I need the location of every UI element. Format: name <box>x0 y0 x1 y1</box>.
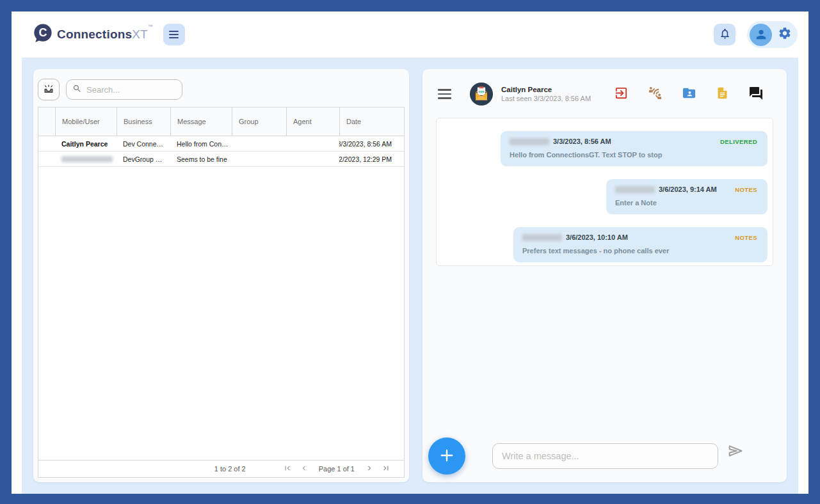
shared-folder-button[interactable] <box>682 86 696 102</box>
column-header-date[interactable]: Date <box>339 107 404 136</box>
search-icon <box>72 84 82 96</box>
message-bubble[interactable]: 3/6/2023, 9:14 AM NOTES Enter a Note <box>606 179 768 214</box>
redacted-sender <box>615 186 655 193</box>
cell-date: 3/3/2023, 8:56 AM <box>339 136 404 151</box>
redacted-sender <box>510 138 549 145</box>
column-header-group[interactable]: Group <box>232 107 286 136</box>
connect-contact-button[interactable] <box>648 86 663 102</box>
documents-button[interactable] <box>716 86 729 102</box>
contact-last-seen: Last seen 3/3/2023, 8:56 AM <box>501 95 591 102</box>
next-page-button[interactable] <box>364 462 375 476</box>
redacted-sender <box>522 234 562 241</box>
pagination-page-label: Page 1 of 1 <box>319 465 355 473</box>
forum-icon <box>748 86 764 103</box>
cell-message: Seems to be fine <box>170 152 232 166</box>
status-badge: NOTES <box>735 234 757 241</box>
left-toolbar <box>38 79 405 100</box>
forum-button[interactable] <box>748 86 764 103</box>
brand-logo: C ConnectionsXT™ <box>33 23 153 46</box>
column-header-business[interactable]: Business <box>117 107 170 136</box>
user-avatar-icon[interactable] <box>750 24 772 46</box>
message-bubble[interactable]: 3/6/2023, 10:10 AM NOTES Prefers text me… <box>513 227 768 262</box>
sms-avatar-icon: SMS <box>469 82 494 106</box>
message-timestamp: 3/6/2023, 9:14 AM <box>659 185 717 193</box>
content-area: Mobile/User Business Message Group Agent… <box>22 58 798 494</box>
inbox-tray-icon <box>42 83 55 97</box>
message-timestamp: 3/3/2023, 8:56 AM <box>553 138 611 145</box>
messages-container: 3/3/2023, 8:56 AM DELIVERED Hello from C… <box>436 118 773 266</box>
brand-text: Connections <box>57 28 132 41</box>
status-badge: NOTES <box>735 186 757 193</box>
pagination-range: 1 to 2 of 2 <box>214 465 246 473</box>
brand-name: ConnectionsXT™ <box>57 28 153 42</box>
redacted-text <box>61 156 113 162</box>
notifications-button[interactable] <box>714 24 736 45</box>
connect-contact-icon <box>648 86 663 102</box>
cell-agent <box>286 136 339 151</box>
app-window: C ConnectionsXT™ <box>12 12 808 494</box>
brand-suffix: XT <box>132 28 147 41</box>
brand-bubble-icon: C <box>33 23 53 46</box>
first-page-button[interactable] <box>282 462 293 476</box>
chat-actions <box>614 86 764 103</box>
cell-group <box>232 136 286 151</box>
message-bubble[interactable]: 3/3/2023, 8:56 AM DELIVERED Hello from C… <box>501 131 768 166</box>
document-icon <box>716 86 729 102</box>
chat-menu-icon[interactable] <box>438 89 451 99</box>
contact-name: Caitlyn Pearce <box>501 86 591 93</box>
status-badge: DELIVERED <box>720 138 757 145</box>
column-header-agent[interactable]: Agent <box>286 107 339 136</box>
search-box <box>66 79 182 100</box>
table-footer: 1 to 2 of 2 Page 1 of 1 <box>38 460 404 477</box>
first-page-icon <box>283 464 292 475</box>
chat-panel: SMS Caitlyn Pearce Last seen 3/3/2023, 8… <box>422 69 787 482</box>
chat-contact: Caitlyn Pearce Last seen 3/3/2023, 8:56 … <box>501 86 591 102</box>
table-empty-space <box>38 167 404 460</box>
table-header: Mobile/User Business Message Group Agent… <box>38 107 404 136</box>
table-row[interactable]: DevGroup … Seems to be fine 3/2/2023, 12… <box>38 152 404 167</box>
exit-icon <box>614 86 629 102</box>
column-header-message[interactable]: Message <box>170 107 232 136</box>
svg-text:C: C <box>39 26 47 39</box>
cell-group <box>232 152 286 166</box>
send-button[interactable] <box>727 442 744 462</box>
next-page-icon <box>365 464 374 475</box>
inbox-button[interactable] <box>38 79 60 100</box>
message-input[interactable] <box>492 443 718 469</box>
conversation-list-panel: Mobile/User Business Message Group Agent… <box>33 69 409 482</box>
last-page-icon <box>382 464 390 475</box>
exit-conversation-button[interactable] <box>614 86 629 102</box>
cell-agent <box>286 152 339 166</box>
new-conversation-button[interactable] <box>428 437 465 475</box>
table-row[interactable]: Caitlyn Pearce Dev Conne… Hello from Con… <box>38 136 404 152</box>
cell-mobile-user <box>55 152 117 166</box>
profile-pill[interactable] <box>747 21 798 48</box>
message-text: Enter a Note <box>615 199 757 207</box>
cell-mobile-user: Caitlyn Pearce <box>55 136 117 151</box>
cell-business: Dev Conne… <box>117 136 170 151</box>
cell-date: 3/2/2023, 12:29 PM <box>339 152 404 166</box>
menu-icon <box>169 31 179 38</box>
main-menu-button[interactable] <box>163 24 185 45</box>
top-bar: C ConnectionsXT™ <box>12 12 808 58</box>
prev-page-button[interactable] <box>298 462 310 476</box>
cell-message: Hello from Con… <box>170 136 232 151</box>
gear-icon[interactable] <box>778 26 792 43</box>
conversations-table: Mobile/User Business Message Group Agent… <box>38 107 405 478</box>
column-header-mobile-user[interactable]: Mobile/User <box>55 107 117 136</box>
topbar-right <box>714 21 798 48</box>
message-timestamp: 3/6/2023, 10:10 AM <box>566 233 628 241</box>
brand-trademark: ™ <box>148 24 153 29</box>
shared-folder-icon <box>682 86 696 102</box>
send-icon <box>727 442 744 462</box>
message-text: Hello from ConnectionsGT. Text STOP to s… <box>510 151 757 159</box>
column-gutter <box>38 107 55 136</box>
last-page-button[interactable] <box>380 462 392 476</box>
plus-icon <box>438 447 455 466</box>
prev-page-icon <box>300 464 309 475</box>
cell-business: DevGroup … <box>117 152 170 166</box>
search-input[interactable] <box>86 85 176 95</box>
svg-text:SMS: SMS <box>478 90 485 93</box>
bell-icon <box>719 28 731 42</box>
chat-header: SMS Caitlyn Pearce Last seen 3/3/2023, 8… <box>422 69 787 113</box>
